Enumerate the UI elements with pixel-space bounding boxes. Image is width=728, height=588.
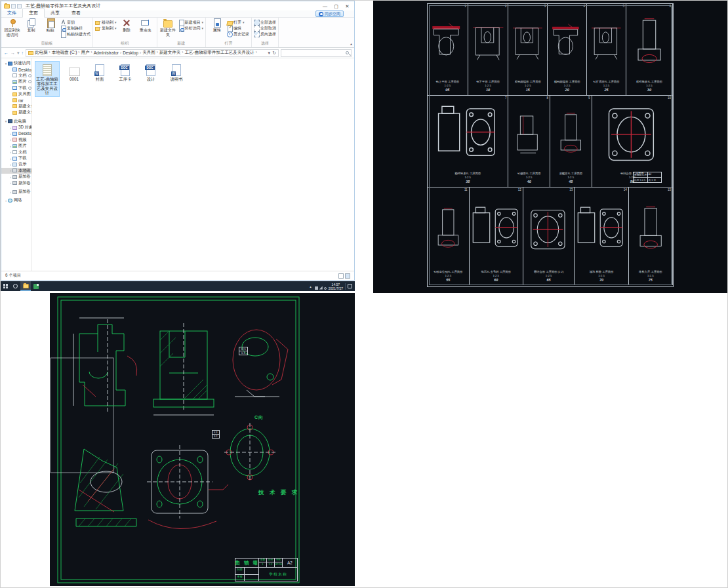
- easy-access-button[interactable]: 轻松访问▾: [178, 26, 204, 31]
- process-step-cell: 13 磨结合面 工序简图 (1:2)1:2.565: [523, 187, 575, 285]
- rename-button[interactable]: 重命名: [137, 18, 155, 33]
- start-button[interactable]: [1, 281, 10, 291]
- select-none-button[interactable]: 全部取消: [254, 26, 276, 31]
- delete-button[interactable]: 删除: [118, 18, 136, 33]
- details-view-icon[interactable]: [338, 273, 344, 279]
- sidebar-item[interactable]: 图片: [1, 79, 31, 85]
- file-item[interactable]: 说明书: [165, 61, 188, 83]
- sidebar-item[interactable]: › 新加卷 (E:): [1, 180, 31, 186]
- sidebar-item[interactable]: › 文档: [1, 149, 31, 155]
- breadcrumb-segment[interactable]: 本地磁盘 (C:): [52, 50, 81, 56]
- view-label: C向: [254, 414, 264, 421]
- paste-shortcut-button[interactable]: 粘贴快捷方式: [60, 31, 91, 37]
- sidebar-item[interactable]: Desktop: [1, 66, 31, 72]
- move-to-button[interactable]: 移动到▾: [95, 20, 117, 25]
- sidebar-item[interactable]: 文档: [1, 73, 31, 79]
- search-box[interactable]: [281, 49, 352, 57]
- close-button[interactable]: ✕: [342, 2, 353, 10]
- group-label-open: 打开: [208, 40, 249, 47]
- thumbnail-view-icon[interactable]: [345, 273, 350, 279]
- sidebar-item[interactable]: › Desktop: [1, 130, 31, 136]
- sidebar-item[interactable]: 下载: [1, 85, 31, 91]
- sidebar-item[interactable]: › 音乐: [1, 161, 31, 167]
- edit-button[interactable]: 编辑: [227, 26, 249, 31]
- tab-file[interactable]: 文件: [1, 9, 22, 17]
- ime-icon[interactable]: [324, 287, 327, 290]
- paste-button[interactable]: 粘贴: [41, 18, 59, 33]
- quick-access-toolbar[interactable]: [11, 4, 22, 9]
- file-item[interactable]: 工艺-曲轴箱零件加工工艺及夹具设计: [35, 61, 60, 97]
- file-item[interactable]: 封面: [89, 61, 111, 83]
- cut-button[interactable]: 剪切: [60, 20, 91, 25]
- pin-to-quick-access-button[interactable]: 固定到快速访问: [3, 18, 21, 37]
- file-list[interactable]: 工艺-曲轴箱零件加工工艺及夹具设计 0001 封面 工序卡 设计: [32, 58, 354, 271]
- sidebar-item[interactable]: › 网络: [1, 197, 31, 203]
- volume-icon[interactable]: [319, 286, 323, 290]
- sidebar-item-icon: [12, 98, 17, 102]
- tab-home[interactable]: 主页: [22, 9, 45, 18]
- breadcrumb-segment[interactable]: 工艺-曲轴箱零件加工工艺及夹具设计: [185, 50, 258, 56]
- copy-path-button[interactable]: 复制路径: [60, 26, 91, 31]
- new-folder-button[interactable]: 新建文件夹: [159, 18, 177, 37]
- breadcrumb-segment[interactable]: 用户: [81, 50, 94, 56]
- network-icon[interactable]: [315, 286, 318, 290]
- process-sheet: 1 铣上平面 工序简图1:2.505 2: [427, 3, 674, 287]
- minimize-button[interactable]: —: [319, 2, 331, 10]
- address-dropdown-icon[interactable]: ▾: [268, 50, 271, 56]
- sidebar-item[interactable]: 新建文件夹: [1, 104, 31, 109]
- sidebar-item[interactable]: › 视频: [1, 137, 31, 143]
- sidebar-item[interactable]: › 图片: [1, 143, 31, 149]
- file-item[interactable]: 设计: [140, 61, 162, 83]
- cell-number: 12: [518, 188, 521, 191]
- invert-selection-button[interactable]: 反向选择: [254, 31, 276, 37]
- back-button[interactable]: ←: [4, 50, 9, 55]
- taskbar-clock[interactable]: 14:57 2021/7/27: [329, 283, 343, 290]
- select-all-button[interactable]: 全部选择: [254, 20, 276, 25]
- sidebar-item[interactable]: › 下载: [1, 155, 31, 161]
- qat-icon[interactable]: [11, 4, 16, 9]
- refresh-icon[interactable]: ↻: [272, 50, 276, 56]
- tab-share[interactable]: 共享: [45, 9, 66, 17]
- file-item[interactable]: 0001: [63, 61, 85, 83]
- baidu-netdisk-button[interactable]: 同步空间: [315, 10, 344, 17]
- app-taskbar-button[interactable]: [31, 281, 41, 291]
- breadcrumb-segment[interactable]: Administrator: [94, 50, 123, 55]
- cell-caption: 终检入库 工序简图: [639, 270, 662, 273]
- sidebar-item[interactable]: › 本地磁盘 (C:): [1, 168, 31, 174]
- open-button[interactable]: 打开▾: [227, 20, 249, 25]
- collapse-ribbon-icon[interactable]: ▴: [350, 41, 352, 46]
- tab-view[interactable]: 查看: [66, 9, 87, 17]
- new-item-button[interactable]: 新建项目▾: [178, 20, 204, 25]
- breadcrumb-segment[interactable]: 夹具图: [142, 50, 159, 56]
- up-button[interactable]: ↑: [22, 50, 24, 55]
- process-step-cell: 14 清洗 检验 工序简图1:2.570: [575, 187, 628, 285]
- copy-to-button[interactable]: 复制到▾: [95, 26, 117, 31]
- breadcrumb[interactable]: 此电脑本地磁盘 (C:)用户AdministratorDesktop夹具图新建文…: [26, 49, 279, 57]
- forward-button[interactable]: →: [10, 50, 15, 55]
- sidebar-item[interactable]: ▾ 此电脑: [1, 119, 31, 125]
- history-button[interactable]: 历史记录: [227, 31, 249, 37]
- breadcrumb-segment[interactable]: Desktop: [123, 50, 142, 55]
- sidebar-item[interactable]: › 新加卷 (D:): [1, 174, 31, 180]
- notification-center-icon[interactable]: [348, 284, 352, 288]
- copy-button[interactable]: 复制: [22, 18, 40, 33]
- cortana-icon: [13, 284, 18, 288]
- file-item[interactable]: 工序卡: [114, 61, 136, 83]
- recent-locations-dropdown[interactable]: ▾: [17, 50, 20, 56]
- sidebar-item[interactable]: 新建文件夹 (2): [1, 109, 31, 115]
- tray-overflow-chevron[interactable]: ▴: [310, 284, 312, 288]
- sidebar-item[interactable]: › 3D 对象: [1, 125, 31, 130]
- sidebar-item[interactable]: › 新加卷 (F:): [1, 189, 31, 195]
- breadcrumb-segment[interactable]: 此电脑: [35, 50, 52, 56]
- sidebar-item[interactable]: rar: [1, 97, 31, 103]
- file-explorer-taskbar-button[interactable]: [20, 281, 31, 291]
- qat-icon[interactable]: [17, 4, 22, 9]
- properties-button[interactable]: 属性: [208, 18, 226, 33]
- breadcrumb-segment[interactable]: 新建文件夹: [159, 50, 185, 56]
- search-input[interactable]: [281, 50, 351, 56]
- sidebar-item[interactable]: ▾ 快速访问: [1, 60, 31, 66]
- search-taskbar-button[interactable]: [10, 281, 20, 291]
- system-tray[interactable]: [313, 281, 327, 292]
- maximize-button[interactable]: ▢: [331, 2, 342, 10]
- sidebar-item[interactable]: 夹具图: [1, 91, 31, 97]
